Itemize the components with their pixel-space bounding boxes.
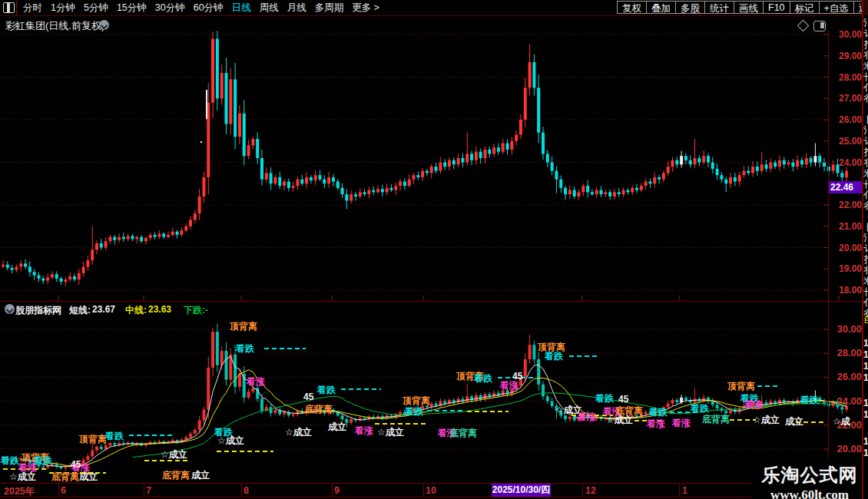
signal-label: 看跌	[595, 394, 614, 403]
title-row: 彩虹集团(日线.前复权)	[0, 16, 868, 33]
signal-label: 45	[71, 460, 81, 469]
period-menu-item[interactable]: 1分钟	[51, 2, 75, 15]
watermark-url: www.60lt.com	[751, 487, 868, 499]
price-tick-label: 26.00	[827, 371, 862, 382]
price-tick-label: 24.00	[827, 157, 862, 168]
tool-menu-item[interactable]: +自选	[820, 1, 854, 14]
signal-label: ☆成立	[161, 450, 187, 459]
signal-label: 看涨	[247, 377, 265, 386]
period-menu-item[interactable]: 更多 >	[352, 2, 379, 15]
signal-label: 顶背离	[727, 382, 755, 391]
signal-label: ☆成立	[9, 472, 36, 481]
clipped-number-fragment: 1	[863, 410, 868, 420]
signal-label: 看涨	[500, 381, 518, 390]
down-label: 下跌:-	[184, 304, 208, 317]
clipped-number-fragment: 1	[863, 373, 868, 383]
period-menu-item[interactable]: 60分钟	[194, 2, 224, 15]
signal-label: 45	[303, 392, 313, 402]
price-tick-label: 29.00	[827, 51, 862, 61]
signal-label: 看跌	[105, 431, 124, 441]
clipped-glyph-fragment: 扌	[863, 147, 868, 157]
period-menu-item[interactable]: 多周期	[315, 2, 344, 15]
price-tick-label: 24.00	[827, 395, 862, 407]
toolbar-divider	[16, 0, 17, 15]
candlestick-chart-canvas[interactable]	[0, 0, 868, 499]
period-menu-item[interactable]: 5分钟	[84, 2, 108, 15]
signal-label: 看涨	[578, 412, 596, 421]
clipped-glyph-fragment: 米	[863, 169, 868, 179]
clipped-glyph-fragment: 亻	[863, 298, 868, 308]
indicator-dropdown-icon[interactable]	[5, 304, 15, 314]
signal-label: 成立	[79, 472, 98, 481]
selected-date-badge: 2025/10/30/四	[492, 484, 551, 497]
price-tick-label: 25.00	[827, 136, 862, 147]
tool-menu-item[interactable]: 统计	[705, 1, 734, 14]
signal-label: 底背离	[702, 415, 730, 424]
clipped-glyph-fragment: 亻	[863, 83, 868, 93]
tool-menu-item[interactable]: 标记	[790, 1, 820, 14]
signal-label: 看跌	[691, 404, 709, 413]
period-menu-item[interactable]: 分时	[23, 2, 42, 15]
period-menu-item[interactable]: 月线	[287, 2, 306, 15]
top-toolbar: 分时1分钟5分钟15分钟30分钟60分钟日线周线月线多周期更多 > 复权叠加多股…	[0, 0, 868, 16]
signal-label: 顶背离	[230, 322, 257, 331]
tool-menu-item[interactable]: 画线	[734, 1, 764, 14]
signal-label: 45	[618, 395, 628, 404]
mid-line-label: 中线:	[125, 304, 147, 317]
price-tick-label: 28.00	[827, 347, 862, 359]
price-tick-label: 18.00	[827, 285, 862, 296]
signal-label: 底背离	[449, 428, 477, 438]
period-menu-item[interactable]: 日线	[232, 2, 251, 15]
tool-menu-item[interactable]: F10	[764, 1, 790, 14]
clipped-number-fragment: 1	[863, 362, 868, 372]
period-menu-item[interactable]: 30分钟	[155, 2, 185, 15]
signal-label: 看跌	[800, 395, 819, 405]
main-sub-divider	[0, 301, 868, 302]
date-tick-label: 7	[146, 485, 151, 496]
date-separator	[241, 484, 242, 497]
period-menu: 分时1分钟5分钟15分钟30分钟60分钟日线周线月线多周期更多 >	[23, 0, 379, 15]
title-dropdown-icon[interactable]	[99, 20, 109, 30]
short-line-value: 23.67	[92, 304, 115, 315]
clipped-glyph-fragment: 自	[863, 315, 868, 325]
price-tick-label: 26.00	[827, 114, 862, 125]
signal-label: ☆成立	[285, 428, 312, 437]
period-menu-item[interactable]: 15分钟	[117, 2, 147, 15]
signal-label: 顶背离	[79, 435, 107, 444]
date-separator	[332, 484, 333, 497]
right-edge-clipped-panel[interactable]: 氵讠扌丬米卄亻彳刂卜氵讠扌丬米卄亻彳刂卜氵讠扌丬米卄亻彳自11111111	[862, 0, 868, 499]
tool-menu-item[interactable]: 叠加	[647, 1, 676, 14]
symbol-title: 彩虹集团(日线.前复权)	[5, 19, 104, 33]
diamond-icon[interactable]	[797, 20, 810, 32]
clipped-glyph-fragment: 卄	[863, 287, 868, 297]
signal-label: 看涨	[744, 400, 763, 409]
tool-menu-item[interactable]: 多股	[676, 1, 705, 14]
clipped-glyph-fragment: 卄	[863, 72, 868, 82]
mid-line-value: 23.63	[148, 304, 171, 315]
signal-label: 成立	[328, 422, 346, 431]
date-tick-label: 6	[61, 485, 66, 496]
signal-label: 看涨	[647, 419, 665, 428]
tool-menu-item[interactable]: 复权	[617, 1, 647, 14]
date-tick-label: 10	[426, 485, 436, 496]
indicator-header: 股朋指标网 短线: 23.67 中线: 23.63 下跌:-	[0, 302, 845, 316]
clipped-glyph-fragment: 彳	[863, 201, 868, 211]
period-menu-item[interactable]: 周线	[260, 2, 279, 15]
date-separator	[144, 484, 144, 497]
signal-label: ☆成立	[377, 428, 404, 437]
signal-label: 看涨	[672, 418, 691, 428]
date-separator	[679, 484, 680, 497]
window-split-icon[interactable]	[3, 2, 15, 13]
pane-split-icon[interactable]	[813, 21, 826, 31]
date-axis[interactable]: 2025年678910121 2025/10/30/四	[0, 483, 868, 497]
price-tick-label: 20.00	[827, 243, 862, 253]
clipped-glyph-fragment: 彳	[863, 94, 868, 104]
watermark: 乐淘公式网 www.60lt.com	[751, 458, 868, 499]
clipped-glyph-fragment: 丬	[863, 51, 868, 61]
signal-label: 成立	[785, 417, 803, 426]
clipped-glyph-fragment: 扌	[863, 40, 868, 50]
clipped-glyph-fragment: 氵	[863, 18, 868, 28]
clipped-glyph-fragment: 卜	[863, 115, 868, 125]
clipped-glyph-fragment: 米	[863, 61, 868, 71]
date-tick-label: 9	[334, 485, 340, 496]
